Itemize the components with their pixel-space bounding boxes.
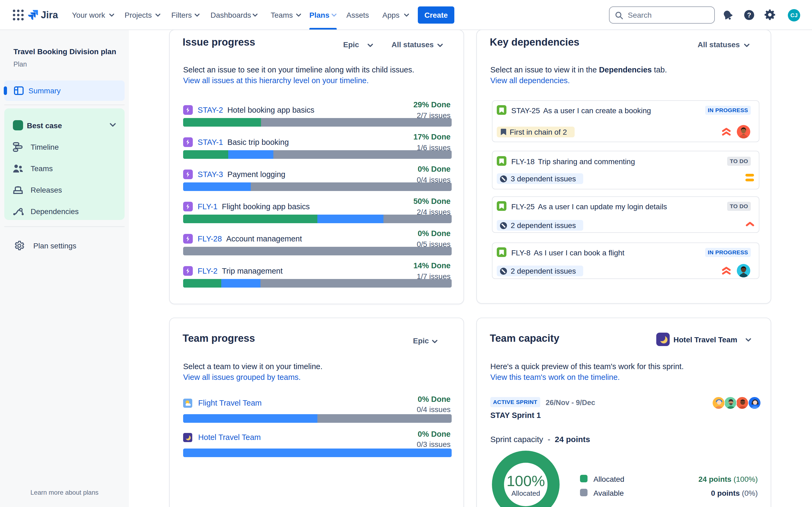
svg-text:?: ? xyxy=(747,11,751,19)
